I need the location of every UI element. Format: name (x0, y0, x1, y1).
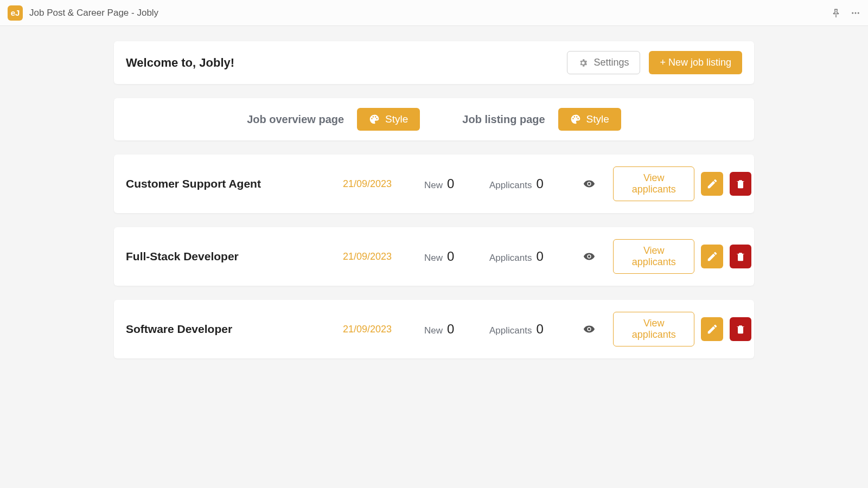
eye-icon (583, 178, 595, 190)
new-job-listing-button[interactable]: + New job listing (649, 51, 742, 74)
visibility-toggle[interactable] (576, 178, 602, 190)
listing-row: Software Developer21/09/2023New0Applican… (114, 300, 754, 358)
applicants-label: Applicants (489, 325, 532, 336)
svg-point-0 (852, 12, 853, 14)
app-logo-text: eJ (11, 8, 20, 17)
header-right (831, 8, 860, 18)
welcome-card: Welcome to, Jobly! Settings + New job li… (114, 41, 754, 84)
listing-row: Customer Support Agent21/09/2023New0Appl… (114, 155, 754, 213)
settings-label: Settings (593, 57, 629, 68)
settings-button[interactable]: Settings (567, 51, 640, 74)
eye-icon (583, 323, 595, 335)
app-title: Job Post & Career Page - Jobly (29, 8, 158, 18)
listing-applicants-stat: Applicants0 (489, 249, 565, 264)
listing-row: Full-Stack Developer21/09/2023New0Applic… (114, 227, 754, 286)
visibility-toggle[interactable] (576, 323, 602, 335)
app-header: eJ Job Post & Career Page - Jobly (0, 0, 868, 26)
listing-page-group: Job listing page Style (462, 108, 621, 131)
trash-icon (735, 324, 746, 335)
gear-icon (578, 58, 588, 68)
pencil-icon (706, 178, 718, 190)
edit-button[interactable] (701, 245, 723, 268)
view-applicants-button[interactable]: View applicants (613, 239, 694, 274)
listing-title: Full-Stack Developer (126, 250, 332, 263)
listing-actions: View applicants (613, 239, 751, 274)
view-applicants-button[interactable]: View applicants (613, 166, 694, 201)
listing-new-stat: New0 (424, 176, 478, 191)
listing-title: Software Developer (126, 323, 332, 336)
new-listing-label: + New job listing (660, 57, 731, 68)
edit-button[interactable] (701, 317, 723, 341)
view-applicants-button[interactable]: View applicants (613, 312, 694, 346)
trash-icon (735, 251, 746, 262)
applicants-count: 0 (536, 249, 543, 264)
applicants-count: 0 (536, 176, 543, 191)
listing-actions: View applicants (613, 312, 751, 346)
welcome-actions: Settings + New job listing (567, 51, 742, 74)
palette-icon (369, 114, 380, 125)
overview-style-label: Style (385, 113, 408, 125)
new-count: 0 (447, 322, 454, 337)
applicants-label: Applicants (489, 180, 532, 191)
delete-button[interactable] (730, 317, 751, 341)
welcome-title: Welcome to, Jobly! (126, 56, 234, 70)
listing-applicants-stat: Applicants0 (489, 322, 565, 337)
trash-icon (735, 178, 746, 189)
palette-icon (570, 114, 581, 125)
applicants-count: 0 (536, 322, 543, 337)
eye-icon (583, 251, 595, 262)
delete-button[interactable] (730, 245, 751, 268)
visibility-toggle[interactable] (576, 251, 602, 262)
new-count: 0 (447, 249, 454, 264)
listing-new-stat: New0 (424, 249, 478, 264)
listing-style-button[interactable]: Style (558, 108, 621, 131)
listing-page-label: Job listing page (462, 113, 545, 126)
listing-date: 21/09/2023 (343, 178, 413, 190)
edit-button[interactable] (701, 172, 723, 196)
pencil-icon (706, 323, 718, 335)
listing-date: 21/09/2023 (343, 324, 413, 335)
new-label: New (424, 253, 443, 264)
listing-actions: View applicants (613, 166, 751, 201)
new-label: New (424, 325, 443, 336)
listing-style-label: Style (586, 113, 609, 125)
overview-page-group: Job overview page Style (247, 108, 420, 131)
delete-button[interactable] (730, 172, 751, 196)
listing-new-stat: New0 (424, 322, 478, 337)
svg-point-1 (855, 12, 857, 14)
listings-container: Customer Support Agent21/09/2023New0Appl… (114, 155, 754, 358)
pin-icon[interactable] (831, 8, 841, 18)
more-icon[interactable] (851, 8, 860, 18)
listing-title: Customer Support Agent (126, 177, 332, 190)
overview-style-button[interactable]: Style (357, 108, 420, 131)
listing-applicants-stat: Applicants0 (489, 176, 565, 191)
applicants-label: Applicants (489, 253, 532, 264)
svg-point-2 (858, 12, 859, 14)
header-left: eJ Job Post & Career Page - Jobly (8, 5, 158, 21)
new-count: 0 (447, 176, 454, 191)
new-label: New (424, 180, 443, 191)
listing-date: 21/09/2023 (343, 251, 413, 262)
overview-page-label: Job overview page (247, 113, 344, 126)
pencil-icon (706, 251, 718, 262)
app-logo: eJ (8, 5, 23, 21)
main-container: Welcome to, Jobly! Settings + New job li… (114, 26, 754, 358)
pages-card: Job overview page Style Job listing page… (114, 98, 754, 140)
